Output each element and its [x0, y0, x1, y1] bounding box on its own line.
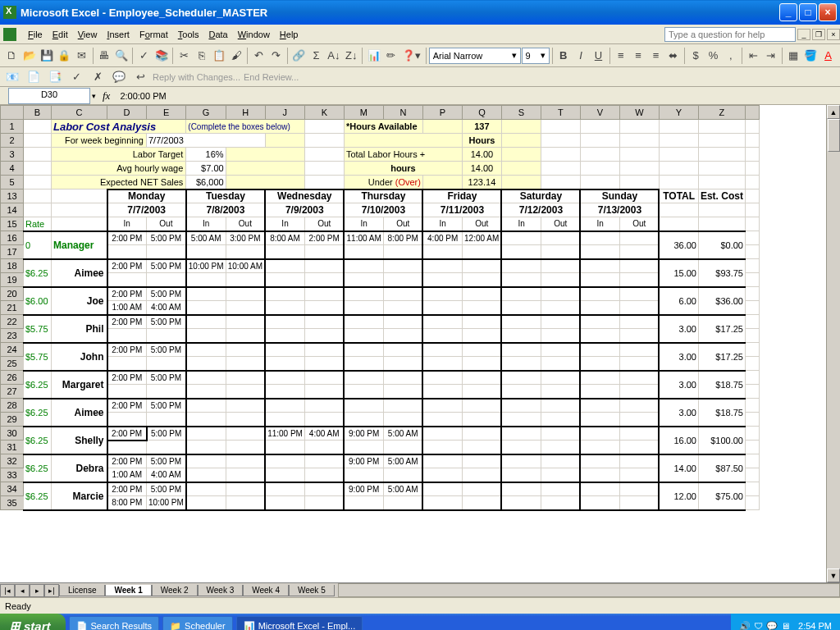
menu-view[interactable]: View: [73, 28, 103, 41]
col-header[interactable]: D: [107, 106, 147, 120]
tray-icon[interactable]: 🖥: [781, 621, 790, 630]
cost-cell[interactable]: $17.25: [698, 315, 745, 343]
time-in-cell[interactable]: 9:00 PM: [344, 482, 383, 496]
time-out-cell[interactable]: [226, 371, 265, 385]
tab-last-button[interactable]: ▸|: [44, 584, 59, 597]
time-out-cell[interactable]: [462, 245, 501, 259]
time-out-cell[interactable]: [462, 482, 501, 496]
total-cell[interactable]: 16.00: [659, 427, 698, 454]
time-out-cell[interactable]: [619, 496, 659, 510]
tab-prev-button[interactable]: ◂: [15, 584, 30, 597]
employee-name[interactable]: Aimee: [52, 399, 107, 427]
hyperlink-button[interactable]: 🔗: [290, 47, 307, 65]
time-in-cell[interactable]: [265, 357, 304, 371]
time-out-cell[interactable]: [462, 441, 501, 454]
time-out-cell[interactable]: [226, 427, 265, 441]
time-out-cell[interactable]: [462, 427, 501, 441]
save-button[interactable]: 💾: [39, 47, 55, 65]
percent-button[interactable]: %: [705, 47, 721, 65]
time-out-cell[interactable]: [619, 385, 659, 399]
doc-close-button[interactable]: ×: [827, 29, 840, 40]
time-in-cell[interactable]: [580, 315, 619, 329]
undo-button[interactable]: ↶: [250, 47, 267, 65]
select-all-corner[interactable]: [1, 106, 24, 120]
time-in-cell[interactable]: [422, 259, 462, 273]
cut-button[interactable]: ✂: [176, 47, 192, 65]
time-in-cell[interactable]: [422, 273, 462, 287]
time-in-cell[interactable]: [580, 496, 619, 510]
align-right-button[interactable]: ≡: [647, 47, 664, 65]
time-out-cell[interactable]: 5:00 PM: [147, 343, 186, 357]
time-in-cell[interactable]: [344, 413, 383, 427]
menu-tools[interactable]: Tools: [173, 28, 204, 41]
time-in-cell[interactable]: 2:00 PM: [107, 231, 147, 245]
time-out-cell[interactable]: 5:00 PM: [147, 454, 186, 468]
time-in-cell[interactable]: [186, 287, 226, 301]
time-in-cell[interactable]: [107, 245, 147, 259]
row-header[interactable]: 20: [1, 287, 24, 301]
time-in-cell[interactable]: [422, 454, 462, 468]
time-out-cell[interactable]: [462, 343, 501, 357]
time-out-cell[interactable]: 2:00 PM: [304, 231, 344, 245]
time-out-cell[interactable]: [304, 315, 344, 329]
time-in-cell[interactable]: [422, 343, 462, 357]
time-in-cell[interactable]: 2:00 PM: [107, 399, 147, 413]
fx-icon[interactable]: fx: [103, 89, 110, 103]
time-in-cell[interactable]: [422, 441, 462, 454]
time-out-cell[interactable]: [304, 482, 344, 496]
scroll-thumb[interactable]: [828, 119, 840, 152]
time-out-cell[interactable]: [619, 441, 659, 454]
time-out-cell[interactable]: [304, 385, 344, 399]
permission-button[interactable]: 🔒: [56, 47, 72, 65]
time-out-cell[interactable]: [541, 454, 580, 468]
row-header[interactable]: 24: [1, 343, 24, 357]
col-header[interactable]: Z: [698, 106, 745, 120]
font-size-select[interactable]: 9▾: [522, 48, 550, 64]
time-out-cell[interactable]: [619, 329, 659, 343]
time-in-cell[interactable]: [501, 245, 541, 259]
time-in-cell[interactable]: [501, 287, 541, 301]
rate-cell[interactable]: $5.75: [24, 315, 52, 343]
time-out-cell[interactable]: [541, 427, 580, 441]
time-in-cell[interactable]: [265, 287, 304, 301]
time-out-cell[interactable]: [226, 301, 265, 315]
time-in-cell[interactable]: [501, 385, 541, 399]
time-in-cell[interactable]: 11:00 AM: [344, 231, 383, 245]
review-icon3[interactable]: 📑: [46, 68, 64, 86]
time-in-cell[interactable]: [422, 329, 462, 343]
time-in-cell[interactable]: [186, 482, 226, 496]
time-out-cell[interactable]: [619, 245, 659, 259]
time-in-cell[interactable]: [580, 273, 619, 287]
time-out-cell[interactable]: [462, 301, 501, 315]
row-header[interactable]: 3: [1, 148, 24, 162]
row-header[interactable]: 28: [1, 399, 24, 413]
sheet-tab[interactable]: Week 4: [243, 585, 289, 596]
menu-edit[interactable]: Edit: [48, 28, 73, 41]
row-header[interactable]: 21: [1, 301, 24, 315]
time-in-cell[interactable]: [265, 273, 304, 287]
time-out-cell[interactable]: [304, 343, 344, 357]
time-in-cell[interactable]: [265, 259, 304, 273]
time-in-cell[interactable]: [186, 273, 226, 287]
time-out-cell[interactable]: [619, 371, 659, 385]
time-in-cell[interactable]: [344, 385, 383, 399]
time-out-cell[interactable]: [383, 468, 422, 482]
time-in-cell[interactable]: 8:00 AM: [265, 231, 304, 245]
row-header[interactable]: 29: [1, 413, 24, 427]
formula-input[interactable]: 2:00:00 PM: [116, 91, 840, 101]
menu-format[interactable]: Format: [135, 28, 173, 41]
time-out-cell[interactable]: 12:00 AM: [462, 231, 501, 245]
doc-minimize-button[interactable]: _: [797, 29, 810, 40]
row-header[interactable]: 22: [1, 315, 24, 329]
time-in-cell[interactable]: [186, 245, 226, 259]
time-out-cell[interactable]: [541, 496, 580, 510]
name-box[interactable]: D30: [8, 88, 90, 104]
time-in-cell[interactable]: [501, 231, 541, 245]
time-out-cell[interactable]: [619, 468, 659, 482]
time-out-cell[interactable]: 5:00 PM: [147, 427, 186, 441]
time-out-cell[interactable]: [226, 315, 265, 329]
research-button[interactable]: 📚: [153, 47, 170, 65]
autosum-button[interactable]: Σ: [308, 47, 324, 65]
currency-button[interactable]: $: [687, 47, 704, 65]
time-in-cell[interactable]: [422, 371, 462, 385]
